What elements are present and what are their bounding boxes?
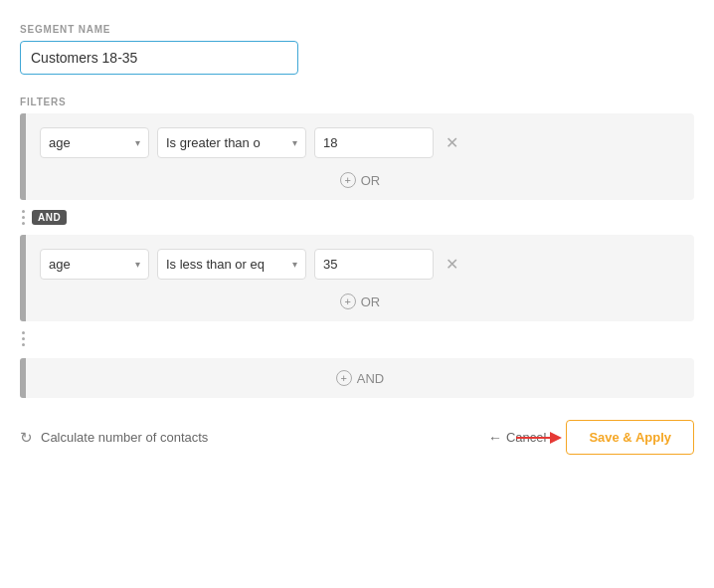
filter-field-dropdown-1[interactable]: age ▾ (40, 127, 149, 158)
or-add-row-1[interactable]: + OR (40, 168, 680, 190)
save-apply-wrapper: Save & Apply (566, 420, 694, 455)
plus-circle-icon-1: + (340, 172, 356, 188)
calculate-contacts[interactable]: ↻ Calculate number of contacts (20, 429, 208, 447)
and-add-button[interactable]: + AND (26, 358, 694, 398)
filter-condition-dropdown-2[interactable]: Is less than or eq ▾ (157, 249, 306, 280)
segment-name-input[interactable] (20, 41, 298, 75)
dot-4 (22, 331, 25, 334)
and-dots-bottom-connector (20, 327, 694, 350)
plus-circle-icon-2: + (340, 294, 356, 309)
remove-filter-button-1[interactable]: ✕ (442, 131, 462, 155)
save-apply-label: Save & Apply (589, 430, 671, 445)
red-arrow-icon (514, 426, 562, 450)
and-add-label: AND (357, 371, 384, 386)
filter-condition-label-2: Is less than or eq (166, 257, 286, 272)
save-apply-button[interactable]: Save & Apply (566, 420, 694, 455)
filter-condition-dropdown-1[interactable]: Is greater than o ▾ (157, 127, 306, 158)
bottom-bar: ↻ Calculate number of contacts ← Cancel … (20, 420, 694, 455)
and-connector: AND (20, 206, 694, 229)
filter-value-input-1[interactable] (314, 127, 434, 158)
dot-3 (22, 222, 25, 225)
filters-section: FILTERS age ▾ Is greater than o ▾ ✕ (20, 97, 694, 398)
or-add-label-1: OR (361, 173, 381, 188)
filters-label: FILTERS (20, 97, 694, 107)
filter-group-2: age ▾ Is less than or eq ▾ ✕ + OR (20, 235, 694, 321)
chevron-down-icon-3: ▾ (135, 259, 140, 270)
filter-condition-label-1: Is greater than o (166, 135, 286, 150)
dot-6 (22, 343, 25, 346)
filter-group-1: age ▾ Is greater than o ▾ ✕ + OR (20, 113, 694, 200)
and-dots-bottom (20, 327, 26, 350)
or-add-row-2[interactable]: + OR (40, 290, 680, 311)
filter-group-2-content: age ▾ Is less than or eq ▾ ✕ + OR (26, 235, 694, 321)
filter-field-label-1: age (49, 135, 129, 150)
chevron-down-icon-4: ▾ (292, 259, 297, 270)
filter-group-1-content: age ▾ Is greater than o ▾ ✕ + OR (26, 113, 694, 200)
bottom-actions: ← Cancel Save & Apply (478, 420, 694, 455)
segment-name-section: SEGMENT NAME (20, 24, 694, 75)
dot-2 (22, 216, 25, 219)
chevron-down-icon-2: ▾ (292, 137, 297, 148)
and-add-wrapper: + AND (20, 358, 694, 398)
or-add-label-2: OR (361, 294, 381, 309)
plus-circle-icon-3: + (336, 370, 352, 386)
filter-field-label-2: age (49, 257, 129, 272)
dot-5 (22, 337, 25, 340)
dot-1 (22, 210, 25, 213)
filter-field-dropdown-2[interactable]: age ▾ (40, 249, 149, 280)
filter-value-input-2[interactable] (314, 249, 434, 280)
and-dots-top (20, 206, 26, 229)
back-arrow-icon: ← (488, 430, 502, 446)
refresh-icon: ↻ (20, 429, 33, 447)
and-badge: AND (32, 210, 67, 225)
segment-name-label: SEGMENT NAME (20, 24, 694, 35)
calculate-contacts-label: Calculate number of contacts (41, 430, 208, 445)
filter-row-1: age ▾ Is greater than o ▾ ✕ (40, 127, 680, 158)
chevron-down-icon-1: ▾ (135, 137, 140, 148)
filter-row-2: age ▾ Is less than or eq ▾ ✕ (40, 249, 680, 280)
remove-filter-button-2[interactable]: ✕ (442, 253, 462, 277)
